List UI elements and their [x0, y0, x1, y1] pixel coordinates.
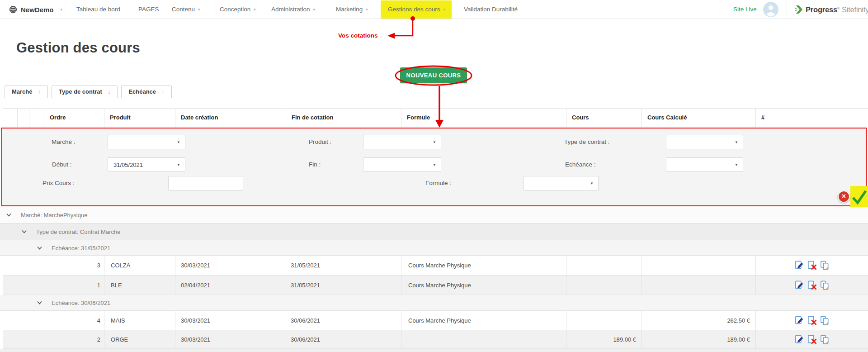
chevron-down-icon: ▼	[177, 163, 180, 167]
delete-icon[interactable]	[807, 315, 817, 326]
chevron-down-icon: ▼	[177, 140, 180, 144]
type-contrat-filter-label: Type de contrat :	[564, 135, 610, 149]
type-contrat-filter-dropdown[interactable]: ▼	[666, 135, 743, 149]
cell-formule: Cours Marche Physique	[401, 276, 566, 295]
chevron-down-icon: ▾	[254, 7, 256, 12]
group-row-echeance-1[interactable]: Echéance: 31/05/2021	[0, 240, 868, 256]
cell-cours	[566, 311, 642, 330]
edit-icon[interactable]	[794, 334, 805, 345]
prix-cours-input[interactable]	[168, 176, 243, 190]
debut-filter-dropdown[interactable]: 31/05/2021 ▼	[108, 157, 185, 172]
globe-icon	[9, 5, 17, 14]
delete-icon[interactable]	[807, 260, 817, 271]
cell-fin-cotation: 30/06/2021	[286, 311, 401, 330]
cell-formule: Cours Marche Physique	[401, 311, 566, 330]
chevron-down-icon: ▾	[61, 7, 63, 12]
check-icon	[851, 189, 868, 205]
delete-icon[interactable]	[807, 334, 817, 345]
chevron-down-icon[interactable]	[6, 213, 11, 217]
nav-item-contenu[interactable]: Contenu▾	[172, 0, 200, 19]
cell-actions	[755, 330, 868, 348]
copy-icon[interactable]	[820, 280, 830, 290]
table-row: 1 BLE 02/04/2021 31/05/2021 Cours Marche…	[3, 276, 868, 295]
cell-cours-calcule: 262.50 €	[642, 311, 755, 330]
cell-cours: 189.00 €	[566, 330, 642, 348]
cell-actions	[755, 311, 868, 330]
cell-actions	[755, 256, 868, 275]
chevron-down-icon: ▼	[590, 181, 594, 186]
site-live-link[interactable]: Site Live	[733, 0, 757, 19]
marche-filter-dropdown[interactable]: ▼	[108, 135, 185, 149]
chevron-down-icon: ▾	[443, 7, 446, 12]
fin-filter-dropdown[interactable]: ▼	[363, 157, 441, 172]
nav-item-gestions-des-cours[interactable]: Gestions des cours▾	[381, 0, 452, 19]
cell-fin-cotation: 30/06/2021	[286, 330, 401, 348]
column-header-cours[interactable]: Cours	[566, 109, 642, 127]
column-header-produit[interactable]: Produit	[104, 109, 175, 127]
table-row: 4 MAIS 30/03/2021 30/06/2021 Cours March…	[3, 311, 868, 330]
brand-product: Sitefinity™	[842, 5, 868, 14]
copy-icon[interactable]	[820, 315, 830, 326]
annotation-arrowhead-left	[387, 33, 395, 39]
group-row-type-contrat[interactable]: Type de contrat: Contrat Marche	[0, 224, 868, 240]
annotation-note: Vos cotations	[338, 32, 378, 39]
user-icon	[763, 2, 778, 17]
nav-item-tableau-de-bord[interactable]: Tableau de bord	[76, 0, 120, 19]
nav-item-marketing[interactable]: Marketing▾	[336, 0, 368, 19]
chevron-down-icon[interactable]	[22, 230, 27, 233]
cell-cours-calcule	[642, 256, 755, 275]
edit-icon[interactable]	[794, 315, 805, 326]
chevron-down-icon: ▼	[735, 163, 738, 167]
produit-filter-label: Produit :	[309, 135, 331, 149]
brand-name: Progress®	[806, 5, 840, 14]
group-chip-marche[interactable]: Marché↑	[5, 86, 48, 98]
column-header-date-creation[interactable]: Date création	[175, 109, 286, 127]
nouveau-cours-button[interactable]: NOUVEAU COURS	[400, 67, 467, 83]
page-title: Gestion des cours	[16, 40, 140, 56]
cell-cours-calcule: 189.00 €	[642, 330, 755, 348]
chevron-down-icon: ▾	[198, 7, 200, 12]
cell-produit: COLZA	[104, 256, 175, 275]
nav-divider	[787, 0, 787, 19]
column-header-formule[interactable]: Formule	[401, 109, 566, 127]
column-header-ordre[interactable]: Ordre	[44, 109, 104, 127]
cancel-x-icon: ×	[842, 192, 846, 200]
edit-icon[interactable]	[794, 260, 805, 271]
group-row-echeance-2[interactable]: Echéance: 30/06/2021	[0, 295, 868, 311]
nav-item-conception[interactable]: Conception▾	[220, 0, 256, 19]
site-selector[interactable]: NewDemo ▾	[9, 0, 62, 19]
chevron-down-icon[interactable]	[37, 301, 42, 304]
sort-asc-icon: ↑	[161, 88, 165, 95]
table-row: 2 ORGE 30/03/2021 30/06/2021 189.00 € 18…	[3, 330, 868, 349]
user-avatar[interactable]	[763, 2, 778, 17]
nav-item-validation-durabilite[interactable]: Validation Durabilité	[464, 0, 518, 19]
column-header-actions[interactable]: #	[755, 109, 868, 127]
top-nav: NewDemo ▾ Tableau de bord PAGES Contenu▾…	[0, 0, 868, 19]
group-row-marche[interactable]: Marché: MarchePhysique	[0, 207, 868, 224]
group-chip-echeance[interactable]: Echéance↑	[121, 86, 171, 98]
cell-formule	[401, 330, 566, 348]
copy-icon[interactable]	[820, 260, 830, 271]
chevron-down-icon[interactable]	[37, 246, 42, 250]
cell-ordre: 1	[44, 276, 104, 295]
chevron-down-icon: ▼	[433, 140, 436, 144]
filter-apply-button[interactable]	[850, 186, 868, 207]
chevron-down-icon: ▾	[313, 7, 316, 12]
group-chip-type-de-contrat[interactable]: Type de contrat↓	[52, 86, 118, 98]
produit-filter-dropdown[interactable]: ▼	[363, 135, 441, 149]
progress-chevron-icon	[794, 5, 803, 14]
delete-icon[interactable]	[807, 280, 817, 290]
filter-cancel-button[interactable]: ×	[838, 190, 850, 203]
cell-fin-cotation: 31/05/2021	[286, 276, 401, 295]
column-header-fin-de-cotation[interactable]: Fin de cotation	[286, 109, 401, 127]
cell-produit: ORGE	[104, 330, 175, 348]
edit-icon[interactable]	[794, 280, 805, 290]
nav-item-pages[interactable]: PAGES	[138, 0, 159, 19]
cell-date-creation: 30/03/2021	[175, 256, 286, 275]
echeance-filter-dropdown[interactable]: ▼	[666, 157, 743, 172]
column-header-cours-calcule[interactable]: Cours Calculé	[642, 109, 755, 127]
sort-asc-icon: ↑	[38, 88, 41, 95]
formule-filter-dropdown[interactable]: ▼	[524, 176, 599, 190]
nav-item-administration[interactable]: Administration▾	[271, 0, 315, 19]
copy-icon[interactable]	[820, 334, 830, 345]
